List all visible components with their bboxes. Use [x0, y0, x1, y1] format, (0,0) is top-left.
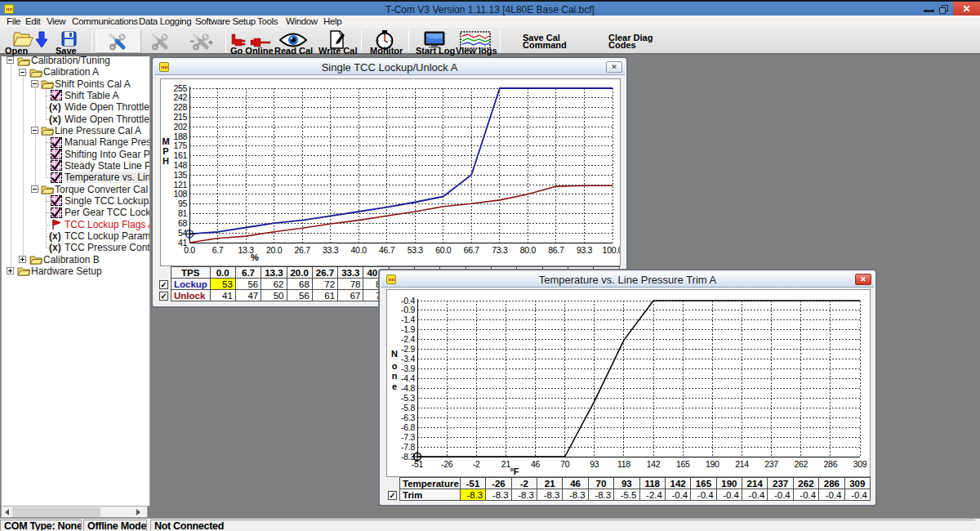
- svg-text:53.3: 53.3: [408, 245, 424, 255]
- svg-text:40.0: 40.0: [351, 245, 368, 255]
- svg-text:-26: -26: [441, 459, 453, 469]
- svg-text:-3.4: -3.4: [401, 354, 415, 364]
- svg-text:26.7: 26.7: [294, 245, 310, 255]
- svg-text:95: 95: [178, 199, 188, 208]
- svg-text:-2.4: -2.4: [401, 334, 415, 344]
- svg-text:68: 68: [178, 218, 188, 228]
- svg-text:46: 46: [531, 459, 541, 469]
- svg-text:-5.8: -5.8: [401, 403, 415, 413]
- svg-text:118: 118: [617, 459, 630, 469]
- svg-text:20.0: 20.0: [266, 245, 283, 255]
- svg-text:237: 237: [764, 459, 778, 469]
- svg-text:P: P: [163, 146, 168, 156]
- svg-text:e: e: [392, 382, 397, 391]
- svg-text:93.3: 93.3: [577, 245, 593, 255]
- svg-text:N: N: [391, 349, 398, 359]
- svg-text:165: 165: [676, 459, 690, 469]
- svg-text:66.7: 66.7: [464, 245, 480, 255]
- svg-text:242: 242: [173, 92, 187, 102]
- svg-text:262: 262: [794, 459, 808, 469]
- svg-text:-0.9: -0.9: [401, 305, 415, 315]
- svg-text:-6.8: -6.8: [401, 422, 415, 432]
- svg-text:228: 228: [173, 102, 187, 112]
- svg-text:-7.3: -7.3: [401, 432, 415, 442]
- svg-text:33.3: 33.3: [323, 245, 339, 255]
- svg-text:°F: °F: [510, 466, 519, 476]
- svg-text:o: o: [392, 361, 398, 371]
- svg-text:-4.8: -4.8: [401, 383, 415, 393]
- svg-text:161: 161: [173, 150, 187, 160]
- svg-text:60.0: 60.0: [435, 245, 452, 255]
- svg-text:286: 286: [824, 459, 838, 469]
- svg-text:-2: -2: [473, 459, 480, 469]
- svg-text:142: 142: [647, 459, 661, 469]
- svg-text:135: 135: [173, 170, 187, 180]
- svg-text:148: 148: [173, 160, 187, 170]
- svg-text:214: 214: [735, 459, 749, 469]
- svg-text:215: 215: [173, 112, 187, 122]
- svg-text:46.7: 46.7: [379, 245, 395, 255]
- svg-text:202: 202: [173, 122, 187, 132]
- svg-text:-7.8: -7.8: [401, 442, 415, 452]
- svg-text:H: H: [163, 156, 169, 166]
- svg-text:%: %: [251, 252, 259, 262]
- svg-text:n: n: [392, 371, 398, 381]
- svg-text:255: 255: [173, 83, 187, 93]
- svg-text:M: M: [162, 136, 169, 146]
- svg-text:70: 70: [560, 459, 570, 469]
- svg-text:73.3: 73.3: [492, 245, 508, 255]
- svg-text:-2.9: -2.9: [401, 344, 415, 354]
- svg-text:-5.3: -5.3: [401, 393, 415, 403]
- svg-text:6.7: 6.7: [212, 245, 224, 255]
- svg-text:-4.4: -4.4: [401, 373, 415, 383]
- svg-text:188: 188: [173, 132, 187, 141]
- svg-text:175: 175: [173, 141, 187, 150]
- svg-text:-6.3: -6.3: [401, 413, 415, 422]
- svg-text:41: 41: [178, 238, 188, 248]
- svg-text:108: 108: [173, 189, 187, 199]
- svg-text:81: 81: [178, 208, 188, 218]
- svg-text:-1.4: -1.4: [401, 315, 415, 324]
- svg-text:93: 93: [590, 459, 599, 469]
- svg-text:-3.9: -3.9: [401, 364, 415, 373]
- svg-text:190: 190: [706, 459, 719, 469]
- svg-text:80.0: 80.0: [520, 245, 537, 255]
- svg-text:121: 121: [173, 180, 187, 190]
- svg-text:-0.4: -0.4: [401, 296, 415, 306]
- svg-text:309: 309: [853, 459, 867, 469]
- svg-text:100.0: 100.0: [603, 245, 620, 255]
- svg-text:-1.9: -1.9: [401, 324, 415, 334]
- svg-text:86.7: 86.7: [548, 245, 564, 255]
